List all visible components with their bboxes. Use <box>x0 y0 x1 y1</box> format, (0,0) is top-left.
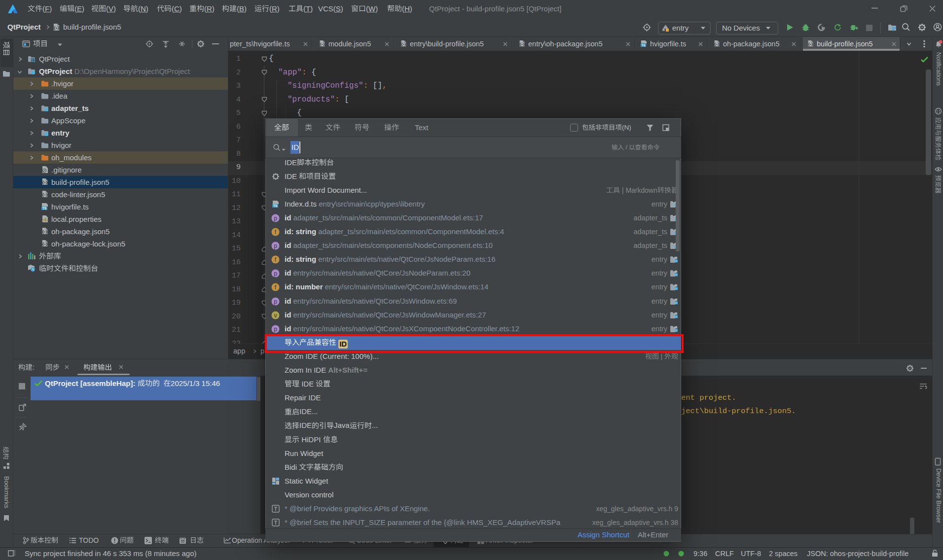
svg-text:p: p <box>274 325 277 332</box>
svg-text:p: p <box>274 270 277 277</box>
svg-text:v: v <box>274 312 277 318</box>
svg-text:TS: TS <box>273 204 278 208</box>
svg-text:TS: TS <box>42 207 47 210</box>
svg-text:p: p <box>274 214 277 221</box>
svg-text:p: p <box>274 243 277 249</box>
svg-text:p: p <box>274 298 277 305</box>
svg-text:TS: TS <box>642 43 646 47</box>
